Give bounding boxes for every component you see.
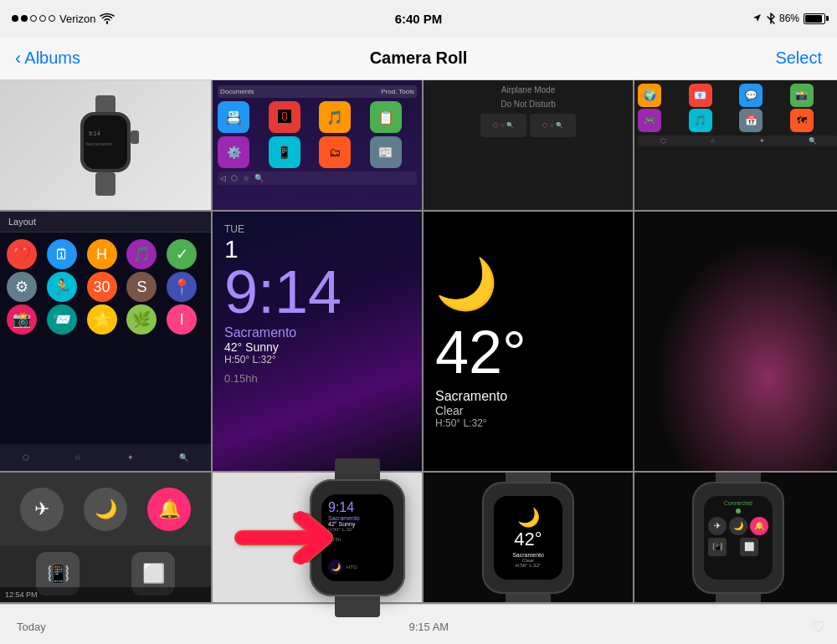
wifi-icon (100, 13, 115, 24)
watch-nav-icon-4: 🔍 (179, 453, 188, 462)
bottom-date-label: Today (17, 621, 46, 633)
signal-dots (12, 15, 55, 22)
signal-dot-2 (21, 15, 28, 22)
status-right: 86% (752, 13, 825, 24)
honey-icon-9: S (126, 272, 157, 302)
timestamp-bar: 12:54 PM (0, 587, 211, 602)
svg-text:9:14: 9:14 (89, 130, 100, 136)
honey-icon-4: 🎵 (126, 239, 157, 269)
nav-bar: ‹ Albums Camera Roll Select (0, 37, 837, 80)
honey-icon-10: 📍 (167, 272, 197, 302)
signal-dot-4 (39, 15, 46, 22)
svg-rect-0 (95, 95, 116, 114)
back-label: Albums (24, 49, 80, 68)
photo-r1c1[interactable]: 9:14 Sacramento (0, 80, 211, 210)
photo-r3c3[interactable]: 🌙 42° Sacramento Clear H:50° L:32° (424, 473, 633, 602)
red-arrow-icon (234, 504, 367, 571)
honey-icon-7: 🏃 (47, 272, 77, 302)
watch-face-city: Sacramento (224, 325, 410, 340)
connected-label: Connected (708, 500, 768, 506)
photo-r3c4[interactable]: Connected ✈ 🌙 🔔 📳 ⬜ (634, 473, 837, 602)
status-time: 6:40 PM (395, 12, 443, 26)
honey-icon-1: ❤️ (7, 239, 37, 269)
watch-layout-bg: Layout ❤️ 🗓 H 🎵 ✓ ⚙ 🏃 30 S 📍 📸 📨 ⭐ 🌿 I (0, 212, 211, 471)
battery-icon (804, 13, 825, 24)
signal-dot-5 (49, 15, 55, 22)
carrier-label: Verizon (59, 13, 95, 25)
photo-r1c3[interactable]: Airplane Mode Do Not Disturb ⬡ ☆ 🔍 ⬡ ☆ 🔍 (424, 80, 633, 210)
watch-product-img: 9:14 Sacramento (0, 80, 211, 210)
photo-r2c3[interactable]: 🌙 42° Sacramento Clear H:50° L:32° (424, 212, 633, 471)
app-honeycomb: ❤️ 🗓 H 🎵 ✓ ⚙ 🏃 30 S 📍 📸 📨 ⭐ 🌿 I (0, 233, 211, 341)
page-title: Camera Roll (370, 49, 468, 68)
watch-face-details: H:50° L:32° (224, 354, 410, 365)
location-icon (752, 13, 763, 23)
watch-face-sub: 0.15hh (224, 372, 410, 385)
status-bar: Verizon 6:40 PM 86% (0, 0, 837, 37)
photo-r2c4[interactable] (634, 212, 837, 471)
bottom-time-label: 9:15 AM (409, 621, 449, 633)
honey-icon-3: H (87, 239, 117, 269)
bottom-heart-icon: ♡ (812, 618, 825, 636)
photo-r2c2[interactable]: TUE 1 9:14 Sacramento 42° Sunny H:50° L:… (213, 212, 422, 471)
watch-face-temp: 42° Sunny (224, 340, 410, 354)
svg-rect-6 (95, 172, 116, 196)
watch-face-time: 9:14 (224, 262, 410, 322)
honey-icon-15: I (167, 304, 197, 335)
honey-icon-8: 30 (87, 272, 117, 302)
mute-btn: 🔔 (147, 488, 191, 531)
honey-icon-12: 📨 (47, 304, 77, 335)
battery-fill (805, 15, 822, 23)
bottom-toolbar: Today 9:15 AM ♡ (0, 604, 837, 644)
night-details: H:50° L:32° (435, 417, 621, 429)
back-button[interactable]: ‹ Albums (15, 49, 80, 68)
watch-bottom-bar: ⬡ ☆ ✦ 🔍 (0, 444, 211, 471)
battery-percentage: 86% (779, 13, 799, 24)
honey-icon-11: 📸 (7, 304, 37, 335)
photo-grid: 9:14 Sacramento Documents Prod. Tools 📇 … (0, 80, 837, 644)
photo-r2c1[interactable]: Layout ❤️ 🗓 H 🎵 ✓ ⚙ 🏃 30 S 📍 📸 📨 ⭐ 🌿 I (0, 212, 211, 471)
back-chevron-icon: ‹ (15, 49, 21, 68)
bluetooth-icon (767, 13, 775, 24)
watch-product-svg: 9:14 Sacramento (72, 95, 139, 196)
layout-header: Layout (0, 212, 211, 233)
svg-text:Sacramento: Sacramento (85, 141, 113, 146)
watch-nav-icon-3: ✦ (127, 453, 134, 462)
signal-dot-3 (30, 15, 37, 22)
photo-r3c1[interactable]: ✈ 🌙 🔔 📳 ⬜ 12:54 PM (0, 473, 211, 602)
watch-face-day: TUE (224, 223, 410, 235)
photo-r3c2[interactable]: 9:14 Sacramento 42° Sunny H:50° L:32° 0.… (213, 473, 422, 602)
watch-nav-icon-2: ☆ (74, 453, 81, 462)
moon-btn: 🌙 (84, 488, 127, 531)
control-top-row: ✈ 🌙 🔔 (0, 473, 211, 545)
photo-r1c2[interactable]: Documents Prod. Tools 📇 🅾 🎵 📋 ⚙️ 📱 🗂 📰 ◁… (213, 80, 422, 210)
honey-icon-14: 🌿 (126, 304, 157, 335)
night-city: Sacramento (435, 389, 621, 404)
honey-icon-5: ✓ (167, 239, 197, 269)
honey-icon-13: ⭐ (87, 304, 117, 335)
night-condition: Clear (435, 404, 621, 417)
airplane-mode-label: Airplane Mode (429, 85, 628, 95)
night-temp: 42° (435, 322, 621, 382)
honey-icon-2: 🗓 (47, 239, 77, 269)
signal-dot-1 (12, 15, 18, 22)
airplane-btn: ✈ (20, 488, 64, 531)
honey-icon-6: ⚙ (7, 272, 37, 302)
night-moon-icon: 🌙 (435, 254, 621, 314)
watch-nav-icon-1: ⬡ (23, 453, 29, 462)
status-left: Verizon (12, 13, 115, 25)
select-button[interactable]: Select (775, 49, 822, 68)
svg-rect-5 (131, 130, 139, 144)
photo-r1c4[interactable]: 🌍 📧 💬 📸 🎮 🎵 📅 🗺 ⬡ ☆ ✦ 🔍 (634, 80, 837, 210)
do-not-disturb-label: Do Not Disturb (429, 100, 628, 109)
layout-label: Layout (8, 217, 36, 227)
